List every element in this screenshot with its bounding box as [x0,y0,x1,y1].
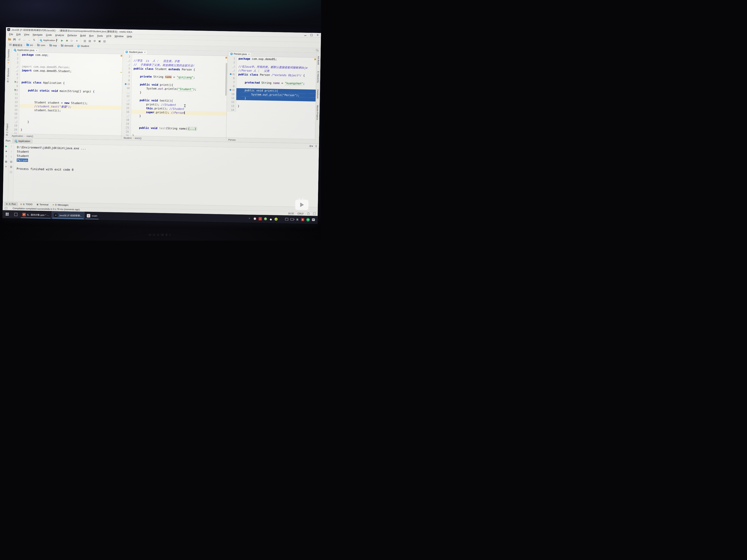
sync-icon[interactable]: ↺ [17,38,21,42]
tray-display-icon[interactable] [285,218,288,221]
line-number[interactable]: 20+ [122,126,131,130]
line-number[interactable]: 19 [122,122,131,126]
profiler-icon[interactable]: ▥ [83,39,87,43]
overridden-down-gutter-icon[interactable]: ↓ [231,89,233,91]
soft-wrap-icon[interactable]: ↕ [9,155,13,158]
minimize-button[interactable] [304,34,307,36]
tool-window-button-database[interactable]: Database [316,89,319,99]
breadcrumb-item[interactable]: 基础语法 [8,43,24,47]
scroll-up-icon[interactable]: ↑ [10,144,13,148]
line-number[interactable]: 9 [10,84,20,88]
code-area[interactable]: 1package com.oop.demo05;23−//在Java中，所有的类… [226,56,316,139]
line-number[interactable]: 6 [11,72,20,76]
commit-message-icon[interactable]: ▤ [102,39,106,43]
tray-360-safe-shield-icon[interactable]: + [275,217,278,221]
footer-crumb[interactable]: test1() [135,137,141,140]
menu-item-navigate[interactable]: Navigate [31,33,44,37]
code-area[interactable]: 1package com.oop;234−import com.oop.demo… [9,52,123,135]
close-tab-icon[interactable]: ✕ [36,49,38,51]
line-number[interactable]: 15 [10,108,19,112]
close-tab-icon[interactable]: ✕ [144,51,146,53]
line-number[interactable]: 13 [10,100,20,104]
taskbar-app-idea[interactable]: IJJavaSE [F:\班级管理\... [52,211,84,219]
line-number[interactable]: 11 [10,92,20,96]
tool-window-tab-0-messages[interactable]: ▰0: Messages [51,203,70,207]
menu-item-window[interactable]: Window [113,34,125,38]
tool-window-tab-terminal[interactable]: ▣Terminal [35,203,50,206]
line-number[interactable]: 9↓ [227,88,236,92]
line-number[interactable]: 10 [122,86,131,90]
line-number[interactable]: 10 [10,88,20,92]
tray-qq-icon[interactable] [269,217,273,221]
line-number[interactable]: 16 [10,112,19,116]
close-tab-icon[interactable]: ✕ [248,53,250,55]
hide-panel-icon[interactable]: ↧ [315,145,317,148]
line-number[interactable]: 25 [122,130,131,134]
line-number[interactable]: 5↓ [227,72,236,76]
menu-item-refactor[interactable]: Refactor [66,33,78,37]
line-number[interactable]: 18 [122,118,131,122]
run-gutter-icon[interactable] [15,89,16,91]
tool-window-switcher-icon[interactable] [5,207,7,209]
line-number[interactable]: 17 [10,116,19,120]
close-button[interactable]: ✕ [316,34,319,36]
fold-gutter-icon[interactable]: − [232,70,234,72]
footer-crumb[interactable]: main() [26,135,33,137]
tray-ocam-record-icon[interactable] [253,217,257,220]
fold-gutter-icon[interactable]: − [127,91,129,93]
line-number[interactable]: 2 [11,56,20,60]
line-number[interactable]: 12 [122,94,131,98]
run-configuration-select[interactable]: AApplication▼ [38,38,58,43]
menu-item-vcs[interactable]: VCS [105,34,113,38]
footer-crumb[interactable]: Application [12,135,23,137]
line-number[interactable]: 17− [122,114,131,118]
menu-item-file[interactable]: File [7,32,15,36]
line-number[interactable]: 14 [10,104,19,108]
line-number[interactable]: 14 [122,102,131,106]
editor-pane-person[interactable]: CPerson.java✕1package com.oop.demo05;23−… [226,51,316,143]
tray-sogou-input-icon[interactable]: S [301,218,305,221]
line-number[interactable]: 16 [122,110,131,114]
forward-icon[interactable]: → [27,38,31,42]
menu-item-analyze[interactable]: Analyze [54,33,66,37]
line-number[interactable]: 6 [227,76,236,80]
tab-person-java[interactable]: CPerson.java✕ [229,52,252,56]
line-number[interactable]: 5 [123,66,132,71]
line-number[interactable]: 4− [123,62,132,66]
tray-notification-center-icon[interactable] [312,218,315,221]
restore-layout-icon[interactable]: ▦ [4,160,8,163]
line-number[interactable]: 18− [10,119,19,124]
line-number[interactable]: 4− [11,64,20,69]
menu-item-view[interactable]: View [23,32,31,36]
fold-gutter-icon[interactable]: − [16,70,18,72]
editor-pane-application[interactable]: CApplication.java✕1package com.oop;234−i… [9,47,123,140]
maximize-button[interactable] [310,34,313,36]
tool-window-button-1-project[interactable]: 1: Project [6,124,8,136]
run-icon[interactable]: ▶ [60,38,64,43]
menu-item-run[interactable]: Run [88,34,95,38]
tray-netease-music-icon[interactable]: ♪ [258,217,262,220]
export-icon[interactable]: ▤ [9,160,13,163]
rerun-icon[interactable]: ▶ [5,144,8,148]
taskbar-app-ocam[interactable]: Cocam [85,212,100,220]
taskbar-app-ppt[interactable]: P8、面向对象.pptx * -... [20,210,52,219]
line-number[interactable]: 6 [123,71,132,75]
line-number[interactable]: 14 [227,108,236,112]
code-area[interactable]: 23−//学生 is 人 ： 派生类，子类4−// 子类继承了父类，就会拥有父类… [122,54,228,137]
sort-lines-icon[interactable]: ⇅ [32,38,36,42]
line-number[interactable]: 11 [227,96,236,100]
readonly-lock-icon[interactable] [307,213,309,215]
line-number[interactable]: 5− [11,69,20,73]
tool-window-tab-6-todo[interactable]: ▤6: TODO [19,203,34,206]
tray-battery-icon[interactable] [290,218,294,221]
tray-volume-icon[interactable] [280,217,283,221]
line-number[interactable]: 13 [227,104,236,108]
tray-wechat-status-icon[interactable] [264,217,267,221]
run-settings-gear-icon[interactable]: ⚙▾ [309,144,313,148]
fold-gutter-icon[interactable]: − [128,63,129,65]
overridden-down-gutter-icon[interactable]: ↓ [231,73,233,75]
line-number[interactable]: 8 [11,80,20,84]
open-folder-icon[interactable] [7,37,11,42]
debug-icon[interactable]: ◉ [65,38,69,43]
breadcrumb-demo05[interactable]: demo05 [59,44,75,48]
